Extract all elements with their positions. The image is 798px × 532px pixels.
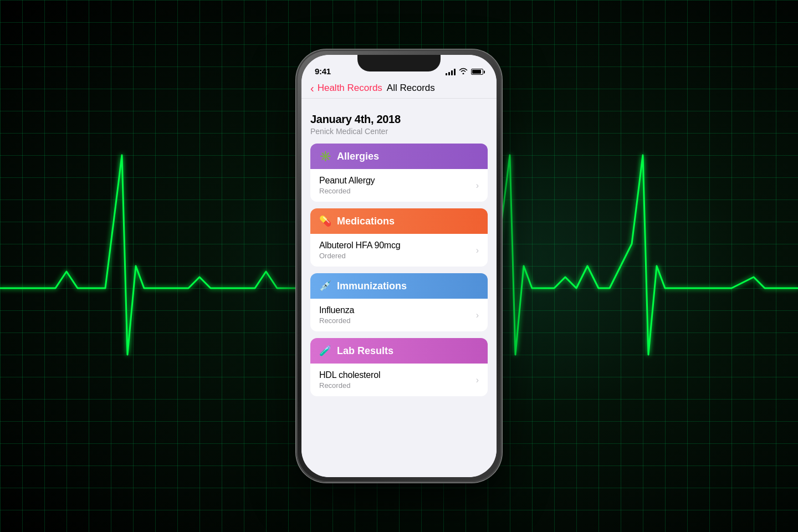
influenza-item[interactable]: Influenza Recorded › <box>310 299 488 331</box>
lab-results-header: 🧪 Lab Results <box>310 338 488 364</box>
date-title: January 4th, 2018 <box>310 113 488 126</box>
albuterol-name: Albuterol HFA 90mcg <box>319 241 401 250</box>
lab-results-items: HDL cholesterol Recorded › <box>310 364 488 396</box>
chevron-right-icon: › <box>476 245 479 255</box>
nav-title: All Records <box>387 83 435 94</box>
screen: 9:41 <box>301 55 497 477</box>
medications-items: Albuterol HFA 90mcg Ordered › <box>310 234 488 267</box>
albuterol-status: Ordered <box>319 252 401 260</box>
immunizations-icon: 💉 <box>319 280 331 292</box>
status-icons <box>446 68 483 76</box>
albuterol-item[interactable]: Albuterol HFA 90mcg Ordered › <box>310 234 488 267</box>
chevron-right-icon: › <box>476 310 479 320</box>
hdl-status: Recorded <box>319 381 380 390</box>
chevron-right-icon: › <box>476 181 479 191</box>
battery-icon <box>471 69 483 75</box>
allergies-items: Peanut Allergy Recorded › <box>310 169 488 202</box>
medications-label: Medications <box>337 216 395 227</box>
back-button[interactable]: ‹ Health Records <box>310 83 382 94</box>
status-time: 9:41 <box>315 66 331 76</box>
phone-inner: 9:41 <box>301 55 497 477</box>
medications-header: 💊 Medications <box>310 208 488 234</box>
peanut-allergy-item[interactable]: Peanut Allergy Recorded › <box>310 169 488 202</box>
notch <box>357 55 441 71</box>
back-chevron-icon: ‹ <box>310 83 314 94</box>
influenza-name: Influenza <box>319 305 354 315</box>
date-section: January 4th, 2018 Penick Medical Center <box>301 108 497 144</box>
immunizations-block: 💉 Immunizations Influenza Recorded › <box>301 273 497 331</box>
influenza-status: Recorded <box>319 316 354 325</box>
phone-frame: 9:41 <box>296 50 502 482</box>
allergies-label: Allergies <box>337 151 379 162</box>
peanut-allergy-status: Recorded <box>319 187 375 195</box>
immunizations-header: 💉 Immunizations <box>310 273 488 299</box>
hdl-cholesterol-item[interactable]: HDL cholesterol Recorded › <box>310 364 488 396</box>
content-area: January 4th, 2018 Penick Medical Center … <box>301 99 497 477</box>
lab-results-icon: 🧪 <box>319 345 331 357</box>
nav-bar: ‹ Health Records All Records <box>301 79 497 99</box>
chevron-right-icon: › <box>476 375 479 385</box>
signal-icon <box>446 69 456 75</box>
lab-results-block: 🧪 Lab Results HDL cholesterol Recorded › <box>301 338 497 396</box>
allergies-header: ✳️ Allergies <box>310 144 488 169</box>
allergies-icon: ✳️ <box>319 150 331 162</box>
wifi-icon <box>459 68 468 76</box>
lab-results-label: Lab Results <box>337 345 393 357</box>
medications-block: 💊 Medications Albuterol HFA 90mcg Ordere… <box>301 208 497 267</box>
allergies-block: ✳️ Allergies Peanut Allergy Recorded › <box>301 144 497 202</box>
peanut-allergy-name: Peanut Allergy <box>319 176 375 186</box>
immunizations-label: Immunizations <box>337 280 407 292</box>
back-label: Health Records <box>318 83 382 94</box>
hdl-name: HDL cholesterol <box>319 370 380 380</box>
medications-icon: 💊 <box>319 215 331 227</box>
location-label: Penick Medical Center <box>310 127 488 136</box>
immunizations-items: Influenza Recorded › <box>310 299 488 331</box>
